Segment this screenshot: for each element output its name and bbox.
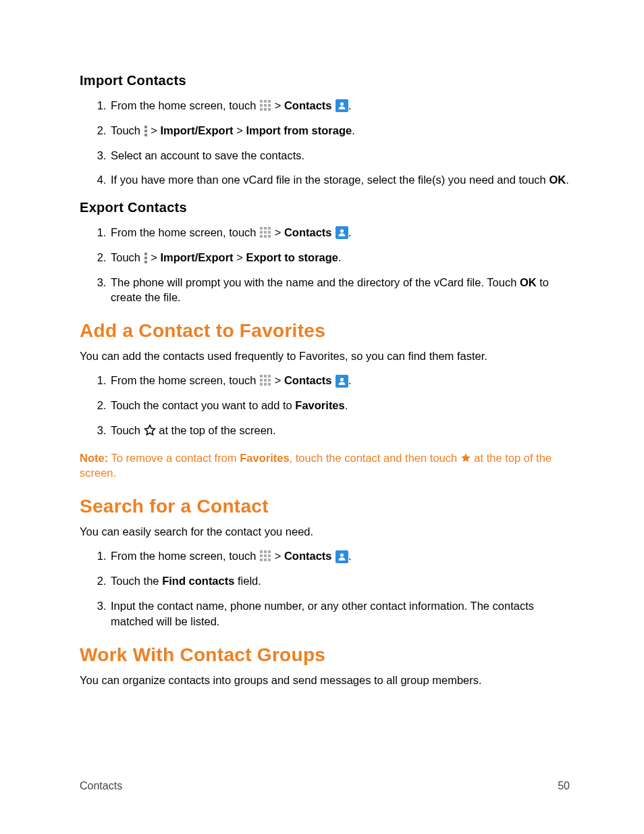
svg-rect-11: [144, 130, 147, 132]
step-item: Touch > Import/Export > Export to storag…: [109, 250, 570, 265]
page-footer: Contacts 50: [80, 780, 570, 792]
star-outline-icon: [144, 424, 156, 436]
step-text: .: [348, 226, 352, 238]
svg-point-35: [340, 377, 344, 381]
svg-rect-37: [264, 550, 267, 553]
step-text: .: [348, 550, 352, 562]
footer-section: Contacts: [80, 780, 122, 792]
svg-rect-25: [144, 261, 147, 263]
step-item: If you have more than one vCard file in …: [109, 172, 570, 188]
contacts-app-icon: [336, 99, 348, 112]
step-text: .: [566, 174, 569, 186]
step-item: Touch > Import/Export > Import from stor…: [109, 123, 570, 138]
star-filled-icon: [460, 452, 471, 463]
step-text: Touch: [111, 124, 144, 136]
svg-rect-18: [268, 231, 271, 234]
contacts-app-icon: [336, 226, 348, 239]
contacts-app-icon: [336, 375, 348, 388]
svg-rect-21: [268, 235, 271, 238]
svg-point-45: [340, 553, 344, 556]
favorites-steps-list: From the home screen, touch > Contacts .…: [80, 373, 570, 438]
svg-point-22: [340, 230, 344, 233]
step-item: Touch the contact you want to add to Fav…: [109, 398, 570, 413]
svg-rect-17: [264, 231, 267, 234]
apps-grid-icon: [259, 374, 271, 386]
svg-rect-0: [260, 100, 263, 103]
step-item: Select an account to save the contacts.: [109, 148, 570, 163]
svg-rect-31: [268, 379, 271, 382]
svg-rect-8: [268, 108, 271, 111]
step-text: Touch the: [111, 575, 162, 587]
favorites-intro: You can add the contacts used frequently…: [80, 348, 570, 363]
svg-rect-44: [268, 558, 271, 561]
svg-rect-27: [264, 375, 267, 377]
heading-import-contacts: Import Contacts: [80, 73, 570, 88]
step-item: The phone will prompt you with the name …: [109, 275, 570, 306]
step-item: From the home screen, touch > Contacts .: [109, 548, 570, 564]
step-text: at the top of the screen.: [156, 424, 276, 436]
svg-rect-14: [264, 227, 267, 230]
svg-rect-1: [264, 100, 267, 103]
step-item: Touch the Find contacts field.: [109, 573, 570, 589]
step-text: >: [271, 374, 284, 386]
step-text: From the home screen, touch: [111, 550, 259, 562]
import-from-storage-label: Import from storage: [246, 124, 352, 136]
svg-rect-26: [260, 375, 263, 377]
step-text: .: [348, 374, 352, 386]
svg-rect-20: [264, 235, 267, 238]
step-text: >: [148, 251, 161, 263]
footer-page-number: 50: [558, 780, 570, 792]
apps-grid-icon: [259, 99, 271, 111]
step-text: >: [271, 99, 284, 111]
heading-contact-groups: Work With Contact Groups: [80, 644, 570, 666]
step-text: field.: [234, 575, 261, 587]
step-text: >: [234, 251, 246, 263]
step-text: Select an account to save the contacts.: [111, 149, 304, 161]
import-steps-list: From the home screen, touch > Contacts .…: [80, 98, 570, 188]
step-text: From the home screen, touch: [111, 374, 259, 386]
import-export-label: Import/Export: [160, 251, 233, 263]
step-text: The phone will prompt you with the name …: [111, 276, 520, 288]
ok-label: OK: [549, 174, 566, 186]
contacts-label: Contacts: [284, 550, 332, 562]
svg-point-9: [340, 103, 344, 106]
heading-add-favorites: Add a Contact to Favorites: [80, 320, 570, 342]
step-text: .: [348, 99, 352, 111]
svg-rect-5: [268, 104, 271, 107]
step-text: >: [148, 124, 161, 136]
svg-rect-42: [260, 558, 263, 561]
apps-grid-icon: [259, 550, 271, 562]
step-text: >: [271, 550, 284, 562]
document-page: Import Contacts From the home screen, to…: [0, 0, 644, 687]
svg-rect-39: [260, 554, 263, 557]
ok-label: OK: [520, 276, 537, 288]
svg-rect-3: [260, 104, 263, 107]
overflow-menu-icon: [144, 124, 148, 137]
contacts-app-icon: [336, 550, 348, 563]
svg-rect-6: [260, 108, 263, 111]
find-contacts-label: Find contacts: [162, 575, 234, 587]
step-text: From the home screen, touch: [111, 226, 259, 238]
svg-rect-10: [144, 126, 147, 128]
svg-rect-24: [144, 257, 147, 259]
step-text: Touch the contact you want to add to: [111, 399, 295, 411]
import-export-label: Import/Export: [160, 124, 233, 136]
overflow-menu-icon: [144, 251, 148, 264]
search-steps-list: From the home screen, touch > Contacts .…: [80, 548, 570, 629]
step-text: >: [234, 124, 246, 136]
favorites-note: Note: To remove a contact from Favorites…: [80, 450, 570, 481]
step-item: Input the contact name, phone number, or…: [109, 598, 570, 629]
step-text: .: [345, 399, 348, 411]
svg-rect-32: [260, 383, 263, 386]
step-text: From the home screen, touch: [111, 99, 259, 111]
svg-rect-4: [264, 104, 267, 107]
svg-rect-16: [260, 231, 263, 234]
svg-rect-13: [260, 227, 263, 230]
step-text: .: [352, 124, 355, 136]
svg-rect-2: [268, 100, 271, 103]
step-text: Input the contact name, phone number, or…: [111, 600, 534, 627]
step-item: From the home screen, touch > Contacts .: [109, 98, 570, 113]
svg-rect-34: [268, 383, 271, 386]
svg-rect-38: [268, 550, 271, 553]
svg-rect-33: [264, 383, 267, 386]
